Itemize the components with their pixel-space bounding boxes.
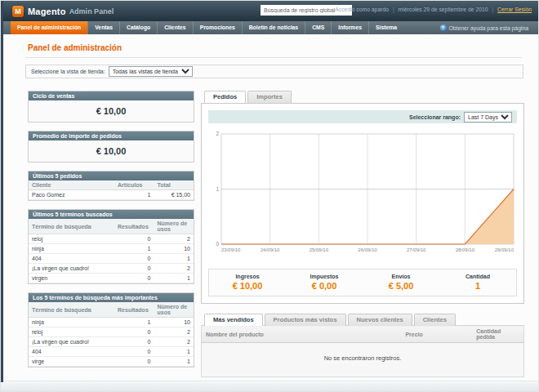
header-bar: M Magento Admin Panel Accedió como apard… xyxy=(1,1,538,21)
tab-pedidos[interactable]: Pedidos xyxy=(204,91,246,103)
nav-item-clientes[interactable]: Clientes xyxy=(157,21,192,34)
range-label: Seleccionar rango: xyxy=(409,114,461,120)
bestsellers-table: Nombre del producto Precio Cantidad pedi… xyxy=(201,325,524,377)
table-row: 40401 xyxy=(29,254,194,264)
last-orders-title: Últimos 5 pedidos xyxy=(29,172,194,180)
tab-mas-vendidos[interactable]: Más vendidos xyxy=(204,314,263,326)
svg-text:25/09/10: 25/09/10 xyxy=(310,247,329,252)
top-search-title: Los 5 términos de búsqueda más important… xyxy=(29,293,194,302)
average-orders-title: Promedio de importe de pedidos xyxy=(29,131,194,140)
stat-cantidad: Cantidad 1 xyxy=(439,274,516,291)
dashboard-left-column: Ciclo de ventas € 10,00 Promedio de impo… xyxy=(28,91,194,376)
logged-in-as: Accedió como apardo xyxy=(335,7,389,12)
table-row: virgen01 xyxy=(29,274,194,283)
orders-tabs: Pedidos Importes xyxy=(204,91,524,103)
main-nav: Panel de administración Ventas Catálogo … xyxy=(1,21,538,34)
table-row: Paco Gomez1€ 15,00 xyxy=(29,190,194,200)
tab-importes[interactable]: Importes xyxy=(247,91,292,103)
svg-text:2: 2 xyxy=(216,131,219,136)
table-row: reloj02 xyxy=(29,234,194,244)
svg-text:0: 0 xyxy=(216,241,219,247)
last-orders-card: Últimos 5 pedidos Cliente Artículos Tota… xyxy=(28,171,194,201)
tab-productos-mas-vistos[interactable]: Productos más vistos xyxy=(265,314,346,326)
nav-item-cms[interactable]: CMS xyxy=(305,21,331,34)
last-search-table: Término de búsqueda Resultados Número de… xyxy=(29,219,194,283)
tab-nuevos-clientes[interactable]: Nuevos clientes xyxy=(348,314,412,326)
svg-text:26/09/10: 26/09/10 xyxy=(358,247,377,252)
svg-text:28/09/10: 28/09/10 xyxy=(456,247,475,252)
svg-text:27/09/10: 27/09/10 xyxy=(407,247,426,252)
table-row: ninja110 xyxy=(29,244,194,254)
store-view-label: Seleccione la vista de tienda: xyxy=(31,69,105,74)
last-search-card: Últimos 5 términos buscados Término de b… xyxy=(28,209,194,284)
table-row: ¡La virgen que cuadro!02 xyxy=(29,264,194,274)
magento-logo-icon: M xyxy=(12,6,24,17)
stat-ingresos: Ingresos € 10,00 xyxy=(209,274,286,291)
current-date: miércoles 29 de septiembre de 2010 xyxy=(399,7,488,12)
nav-item-dashboard[interactable]: Panel de administración xyxy=(11,21,87,34)
lifetime-sales-card: Ciclo de ventas € 10,00 xyxy=(28,91,194,122)
table-row: ninja110 xyxy=(29,318,194,327)
empty-records-message: No se encontraron registros. xyxy=(202,343,524,377)
nav-item-promociones[interactable]: Promociones xyxy=(193,21,242,34)
svg-text:24/09/10: 24/09/10 xyxy=(261,247,280,252)
nav-item-ventas[interactable]: Ventas xyxy=(87,21,119,34)
store-view-select[interactable]: Todas las vistas de tienda xyxy=(109,66,193,77)
logo-subtitle: Admin Panel xyxy=(69,7,114,16)
average-orders-card: Promedio de importe de pedidos € 10,00 xyxy=(28,131,194,163)
logo-text: Magento xyxy=(28,7,66,16)
nav-item-sistema[interactable]: Sistema xyxy=(368,21,403,34)
svg-text:29/09/10: 29/09/10 xyxy=(495,247,514,252)
nav-item-informes[interactable]: Informes xyxy=(331,21,368,34)
content-area: Panel de administración Seleccione la vi… xyxy=(3,34,538,381)
page-title: Panel de administración xyxy=(28,43,122,52)
orders-panel: Seleccionar rango: Last 7 Days 01223/09/… xyxy=(201,103,524,304)
average-orders-value: € 10,00 xyxy=(29,140,194,162)
svg-text:1: 1 xyxy=(216,186,219,192)
table-row: virge01 xyxy=(29,357,194,367)
nav-item-catalogo[interactable]: Catálogo xyxy=(119,21,157,34)
stat-impuestos: Impuestos € 0,00 xyxy=(286,274,363,291)
help-label: Obtener ayuda para esta página xyxy=(449,25,529,31)
magento-logo[interactable]: M Magento Admin Panel xyxy=(12,6,114,17)
totals-bar: Ingresos € 10,00 Impuestos € 0,00 Envíos… xyxy=(208,269,517,296)
help-link[interactable]: ? Obtener ayuda para esta página xyxy=(440,21,539,34)
stat-envios: Envíos € 5,00 xyxy=(363,274,439,291)
tab-clientes[interactable]: Clientes xyxy=(414,314,456,326)
lifetime-sales-title: Ciclo de ventas xyxy=(29,91,194,100)
table-row: 40401 xyxy=(29,347,194,357)
range-select[interactable]: Last 7 Days xyxy=(464,112,512,122)
title-divider xyxy=(25,57,522,58)
dashboard-right-column: Pedidos Importes Seleccionar rango: Last… xyxy=(201,91,524,377)
session-info: Accedió como apardo | miércoles 29 de se… xyxy=(335,7,532,12)
logout-link[interactable]: Cerrar Sesión xyxy=(497,7,532,12)
orders-chart: 01223/09/1024/09/1025/09/1026/09/1027/09… xyxy=(208,130,517,262)
last-orders-table: Cliente Artículos Total Paco Gomez1€ 15,… xyxy=(29,180,194,200)
lifetime-sales-value: € 10,00 xyxy=(29,100,194,122)
table-row: reloj02 xyxy=(29,327,194,337)
top-search-table: Término de búsqueda Resultados Número de… xyxy=(29,302,194,367)
nav-item-boletin[interactable]: Boletín de noticias xyxy=(242,21,305,34)
window-edge xyxy=(1,1,3,382)
table-row: ¡La virgen que cuadro!02 xyxy=(29,337,194,347)
help-icon: ? xyxy=(440,24,447,31)
magento-admin-window: M Magento Admin Panel Accedió como apard… xyxy=(0,0,539,392)
range-bar: Seleccionar rango: Last 7 Days xyxy=(208,110,517,123)
orders-chart-svg: 01223/09/1024/09/1025/09/1026/09/1027/09… xyxy=(208,130,517,259)
products-tabs: Más vendidos Productos más vistos Nuevos… xyxy=(204,314,524,326)
footer-strip xyxy=(1,381,538,391)
store-view-bar: Seleccione la vista de tienda: Todas las… xyxy=(25,65,523,78)
top-search-card: Los 5 términos de búsqueda más important… xyxy=(28,292,194,368)
svg-text:23/09/10: 23/09/10 xyxy=(221,247,241,252)
last-search-title: Últimos 5 términos buscados xyxy=(29,210,194,219)
